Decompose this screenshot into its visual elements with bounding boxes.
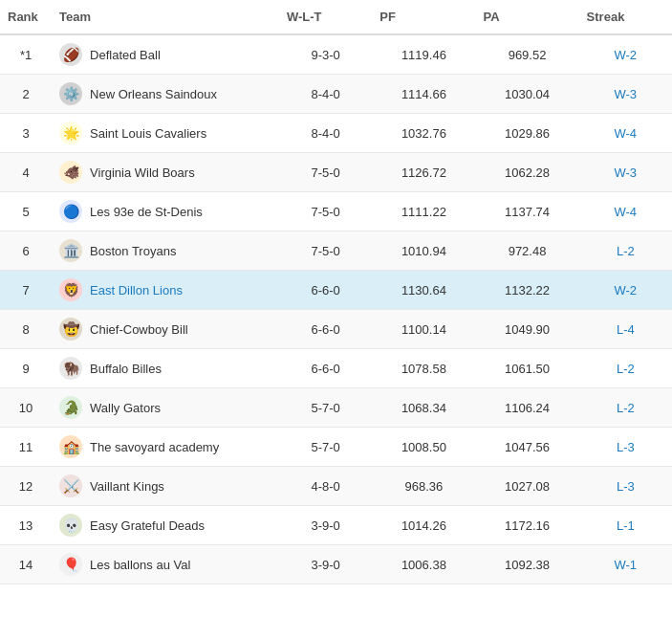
- standings-table: Rank Team W-L-T PF PA Streak *1🏈Deflated…: [0, 0, 672, 584]
- cell-pa: 1047.56: [475, 428, 578, 467]
- cell-pf: 1068.34: [372, 388, 475, 428]
- cell-wlt: 5-7-0: [279, 388, 372, 428]
- cell-rank: 3: [0, 114, 52, 153]
- cell-team: 💀Easy Grateful Deads: [52, 506, 279, 545]
- cell-streak: W-1: [579, 545, 672, 584]
- cell-pf: 1010.94: [372, 231, 475, 271]
- cell-team: 🎈Les ballons au Val: [52, 545, 279, 584]
- team-logo: 🐗: [59, 161, 82, 184]
- cell-rank: 9: [0, 349, 52, 388]
- cell-pf: 1032.76: [372, 114, 475, 153]
- team-name: Les 93e de St-Denis: [90, 205, 203, 219]
- cell-pa: 1062.28: [475, 153, 578, 192]
- table-header-row: Rank Team W-L-T PF PA Streak: [0, 0, 672, 34]
- cell-team: 🤠Chief-Cowboy Bill: [52, 310, 279, 349]
- table-row: 4🐗Virginia Wild Boars7-5-01126.721062.28…: [0, 153, 672, 192]
- header-pa: PA: [475, 0, 578, 34]
- header-rank: Rank: [0, 0, 52, 34]
- cell-pa: 969.52: [475, 34, 578, 75]
- cell-wlt: 7-5-0: [279, 192, 372, 231]
- cell-pa: 1172.16: [475, 506, 578, 545]
- cell-pa: 972.48: [475, 231, 578, 271]
- team-name: Buffalo Billes: [90, 362, 162, 376]
- cell-streak: L-2: [579, 349, 672, 388]
- cell-streak: L-2: [579, 388, 672, 428]
- cell-team: ⚔️Vaillant Kings: [52, 467, 279, 506]
- team-logo: 🏈: [59, 43, 82, 66]
- team-name: Virginia Wild Boars: [90, 165, 195, 180]
- table-row: 12⚔️Vaillant Kings4-8-0968.361027.08L-3: [0, 467, 672, 506]
- cell-wlt: 7-5-0: [279, 153, 372, 192]
- cell-streak: W-4: [579, 192, 672, 231]
- cell-pa: 1061.50: [475, 349, 578, 388]
- cell-wlt: 6-6-0: [279, 349, 372, 388]
- cell-streak: L-3: [579, 467, 672, 506]
- cell-pa: 1027.08: [475, 467, 578, 506]
- table-row: 10🐊Wally Gators5-7-01068.341106.24L-2: [0, 388, 672, 428]
- cell-pa: 1137.74: [475, 192, 578, 231]
- cell-wlt: 6-6-0: [279, 271, 372, 310]
- cell-streak: W-2: [579, 34, 672, 75]
- cell-pf: 1008.50: [372, 428, 475, 467]
- cell-team: 🏛️Boston Troyans: [52, 231, 279, 271]
- cell-rank: 12: [0, 467, 52, 506]
- cell-rank: 13: [0, 506, 52, 545]
- team-name[interactable]: East Dillon Lions: [90, 283, 183, 297]
- cell-wlt: 5-7-0: [279, 428, 372, 467]
- team-logo: 🏛️: [59, 239, 82, 262]
- table-row: 13💀Easy Grateful Deads3-9-01014.261172.1…: [0, 506, 672, 545]
- cell-pf: 968.36: [372, 467, 475, 506]
- team-logo: 🌟: [59, 121, 82, 144]
- cell-team: 🏫The savoyard academy: [52, 428, 279, 467]
- cell-rank: 5: [0, 192, 52, 231]
- team-logo: 🔵: [59, 200, 82, 223]
- cell-rank: 14: [0, 545, 52, 584]
- team-name: Vaillant Kings: [90, 479, 164, 494]
- table-row: 3🌟Saint Louis Cavaliers8-4-01032.761029.…: [0, 114, 672, 153]
- cell-pf: 1130.64: [372, 271, 475, 310]
- cell-pa: 1049.90: [475, 310, 578, 349]
- cell-rank: 7: [0, 271, 52, 310]
- cell-wlt: 6-6-0: [279, 310, 372, 349]
- table-row: 7🦁East Dillon Lions6-6-01130.641132.22W-…: [0, 271, 672, 310]
- cell-team: 🌟Saint Louis Cavaliers: [52, 114, 279, 153]
- cell-rank: 6: [0, 231, 52, 271]
- cell-streak: L-1: [579, 506, 672, 545]
- cell-team: 🐊Wally Gators: [52, 388, 279, 428]
- cell-pf: 1111.22: [372, 192, 475, 231]
- team-name: Easy Grateful Deads: [90, 518, 205, 533]
- team-name: Wally Gators: [90, 401, 161, 415]
- table-row: 11🏫The savoyard academy5-7-01008.501047.…: [0, 428, 672, 467]
- team-name: New Orleans Saindoux: [90, 87, 217, 101]
- cell-rank: *1: [0, 34, 52, 75]
- cell-pf: 1006.38: [372, 545, 475, 584]
- header-streak: Streak: [579, 0, 672, 34]
- team-name: Chief-Cowboy Bill: [90, 322, 188, 337]
- table-row: 5🔵Les 93e de St-Denis7-5-01111.221137.74…: [0, 192, 672, 231]
- team-logo: 🦁: [59, 278, 82, 301]
- team-name: Deflated Ball: [90, 48, 161, 62]
- table-row: 9🦬Buffalo Billes6-6-01078.581061.50L-2: [0, 349, 672, 388]
- cell-rank: 10: [0, 388, 52, 428]
- table-row: *1🏈Deflated Ball9-3-01119.46969.52W-2: [0, 34, 672, 75]
- table-row: 6🏛️Boston Troyans7-5-01010.94972.48L-2: [0, 231, 672, 271]
- cell-streak: L-2: [579, 231, 672, 271]
- cell-wlt: 3-9-0: [279, 506, 372, 545]
- team-name: Saint Louis Cavaliers: [90, 126, 206, 141]
- team-name: The savoyard academy: [90, 440, 219, 454]
- table-row: 2⚙️New Orleans Saindoux8-4-01114.661030.…: [0, 75, 672, 114]
- cell-pf: 1114.66: [372, 75, 475, 114]
- cell-pa: 1106.24: [475, 388, 578, 428]
- cell-pf: 1119.46: [372, 34, 475, 75]
- cell-rank: 11: [0, 428, 52, 467]
- cell-pf: 1078.58: [372, 349, 475, 388]
- cell-rank: 2: [0, 75, 52, 114]
- team-logo: ⚙️: [59, 82, 82, 105]
- cell-team: 🦁East Dillon Lions: [52, 271, 279, 310]
- table-row: 14🎈Les ballons au Val3-9-01006.381092.38…: [0, 545, 672, 584]
- cell-team: 🏈Deflated Ball: [52, 34, 279, 75]
- header-pf: PF: [372, 0, 475, 34]
- cell-wlt: 8-4-0: [279, 75, 372, 114]
- cell-wlt: 3-9-0: [279, 545, 372, 584]
- cell-team: ⚙️New Orleans Saindoux: [52, 75, 279, 114]
